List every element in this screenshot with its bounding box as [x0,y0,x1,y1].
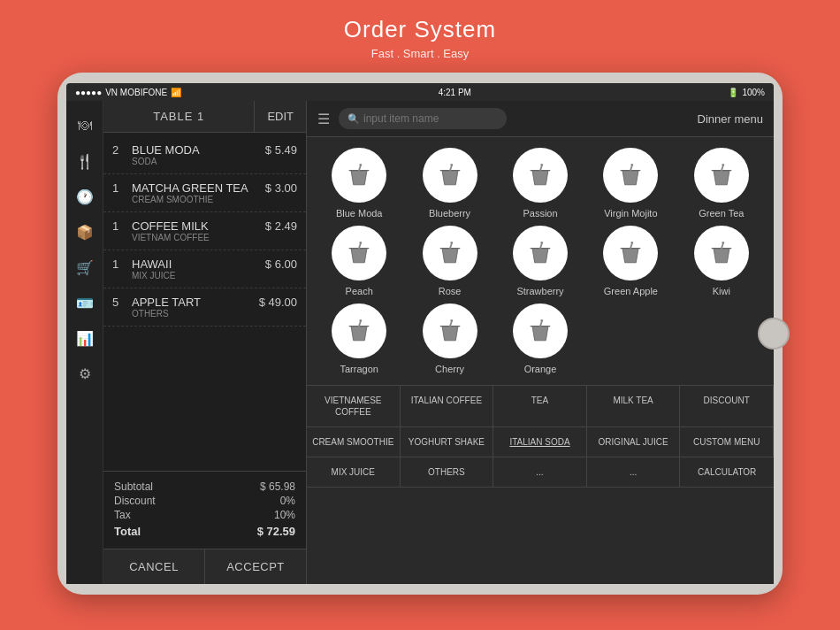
order-actions: CANCEL ACCECPT [103,549,306,584]
menu-item-virgin-mojito[interactable]: Virgin Mojito [589,148,672,219]
menu-item-passion[interactable]: Passion [499,148,582,219]
category-tab-others[interactable]: OTHERS [401,457,494,488]
ipad-screen: 🍽🍴🕐📦🛒🪪📊⚙ TABLE 1 EDIT 2 BLUE MODA SODA $… [66,101,774,584]
menu-item-green-apple[interactable]: Green Apple [589,226,672,296]
menu-header: ☰ 🔍 Dinner menu [307,101,774,137]
category-tab-tea[interactable]: TEA [493,386,587,427]
order-panel: TABLE 1 EDIT 2 BLUE MODA SODA $ 5.49 1 M… [103,101,307,584]
item-name: MATCHA GREEN TEA [132,181,265,195]
battery-level: 100% [742,88,765,97]
order-item[interactable]: 1 COFFEE MILK VIETNAM COFFEE $ 2.49 [103,212,306,250]
subtotal-label: Subtotal [114,480,153,493]
category-tab-yoghurt-shake[interactable]: YOGHURT SHAKE [401,427,494,457]
category-tab-cream-smoothie[interactable]: CREAM SMOOTHIE [307,427,401,457]
table-icon[interactable]: 🍽 [69,110,101,142]
svg-point-5 [360,242,363,244]
menu-item-tarragon[interactable]: Tarragon [317,303,401,374]
status-right: 🔋 100% [728,88,765,97]
settings-icon[interactable]: ⚙ [69,357,101,389]
hamburger-icon[interactable]: ☰ [317,111,330,127]
category-tab-dots1[interactable]: ... [493,457,587,488]
order-item[interactable]: 2 BLUE MODA SODA $ 5.49 [103,136,306,174]
category-tab-discount[interactable]: DISCOUNT [680,386,774,427]
search-input[interactable] [339,108,507,129]
item-sub: MIX JUICE [132,271,265,280]
category-tab-calculator[interactable]: CALCULATOR [680,457,774,488]
item-price: $ 49.00 [259,296,297,309]
box-icon[interactable]: 📦 [69,216,101,248]
item-circle [603,148,658,203]
status-bar: ●●●●● VN MOBIFONE 📶 4:21 PM 🔋 100% [66,83,774,101]
order-summary: Subtotal $ 65.98 Discount 0% Tax 10% Tot… [103,471,306,549]
clock-icon[interactable]: 🕐 [69,181,101,212]
item-circle [603,226,658,280]
menu-items-grid: Blue Moda Blueberry Passion Virgin Mojit… [307,137,774,385]
category-tab-mix-juice[interactable]: MIX JUICE [307,457,401,488]
category-tab-italian-soda[interactable]: ITALIAN SODA [493,427,587,457]
accept-button[interactable]: ACCECPT [205,549,306,584]
menu-item-rose[interactable]: Rose [408,226,491,296]
cancel-button[interactable]: CANCEL [103,549,205,584]
total-label: Total [114,525,141,538]
item-label: Peach [346,286,373,296]
item-circle [332,226,386,280]
edit-button[interactable]: EDIT [254,101,306,132]
tax-value: 10% [274,509,295,521]
category-tab-dots2[interactable]: ... [587,457,681,488]
item-name: APPLE TART [132,296,259,309]
category-tab-italian-coffee[interactable]: ITALIAN COFFEE [401,386,494,427]
svg-point-11 [450,319,453,322]
item-name: COFFEE MILK [132,219,265,233]
item-qty: 1 [112,181,126,195]
item-label: Rose [439,286,462,296]
menu-item-cherry[interactable]: Cherry [408,303,491,374]
category-tab-vietnamese-coffee[interactable]: VIETNAMESE COFFEE [307,386,401,427]
menu-item-orange[interactable]: Orange [499,303,582,374]
tax-label: Tax [114,509,131,521]
order-item[interactable]: 5 APPLE TART OTHERS $ 49.00 [103,288,306,327]
app-header: Order System Fast . Smart . Easy [344,0,496,60]
item-info: COFFEE MILK VIETNAM COFFEE [126,219,265,242]
item-label: Passion [523,208,557,219]
svg-point-6 [450,242,453,244]
app-title: Order System [344,16,496,43]
item-sub: CREAM SMOOTHIE [132,195,265,204]
menu-item-peach[interactable]: Peach [317,226,401,296]
sidebar-icons: 🍽🍴🕐📦🛒🪪📊⚙ [66,101,103,584]
item-label: Orange [524,364,557,374]
svg-point-0 [360,164,363,166]
item-circle [513,148,568,203]
order-item[interactable]: 1 HAWAII MIX JUICE $ 6.00 [103,250,306,288]
chart-icon[interactable]: 📊 [69,322,101,354]
category-tab-original-juice[interactable]: ORIGINAL JUICE [587,427,681,457]
item-price: $ 2.49 [265,219,297,233]
item-label: Strawberry [516,286,563,296]
item-name: BLUE MODA [132,143,265,157]
menu-item-blue-moda[interactable]: Blue Moda [317,148,401,219]
menu-item-kiwi[interactable]: Kiwi [680,226,763,296]
menu-item-green-tea[interactable]: Green Tea [680,148,763,219]
item-circle [423,303,477,358]
category-tab-milk-tea[interactable]: MILK TEA [587,386,681,427]
svg-point-2 [540,164,543,166]
ipad-frame: ●●●●● VN MOBIFONE 📶 4:21 PM 🔋 100% 🍽🍴🕐📦🛒… [57,73,783,595]
item-label: Virgin Mojito [604,208,657,219]
menu-item-blueberry[interactable]: Blueberry [408,148,491,219]
order-icon[interactable]: 🍴 [69,145,101,177]
app-subtitle: Fast . Smart . Easy [344,47,496,60]
item-price: $ 5.49 [265,143,297,157]
item-sub: SODA [132,157,265,166]
item-circle [332,303,386,358]
id-icon[interactable]: 🪪 [69,287,101,319]
battery-icon: 🔋 [728,88,738,97]
cart-icon[interactable]: 🛒 [69,251,101,283]
subtotal-value: $ 65.98 [260,480,295,493]
item-sub: VIETNAM COFFEE [132,233,265,242]
order-item[interactable]: 1 MATCHA GREEN TEA CREAM SMOOTHIE $ 3.00 [103,174,306,212]
category-tab-custom-menu[interactable]: CUSTOM MENU [680,427,774,457]
discount-label: Discount [114,495,156,507]
item-circle [513,226,568,280]
home-button[interactable] [758,318,790,350]
menu-item-strawberry[interactable]: Strawberry [499,226,582,296]
table-name: TABLE 1 [103,101,254,132]
